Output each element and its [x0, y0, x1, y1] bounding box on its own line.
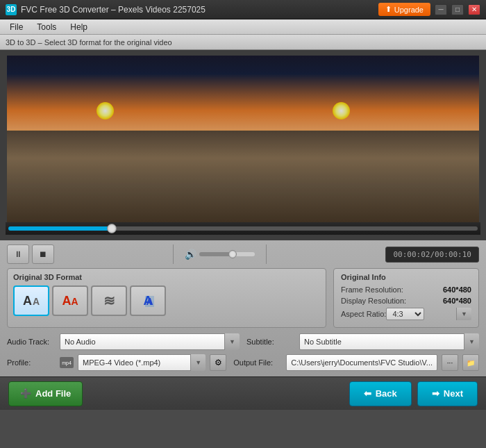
playback-buttons: ⏸ ⏹: [7, 244, 54, 264]
title-bar: 3D FVC Free 3D Converter – Pexels Videos…: [0, 0, 486, 19]
display-resolution-row: Display Resolution: 640*480: [341, 297, 471, 305]
upgrade-icon: ⬆: [385, 5, 392, 14]
format-buttons: AA AA ≋ A: [13, 285, 320, 316]
separator-2: [266, 244, 267, 264]
volume-slider[interactable]: [199, 252, 255, 256]
add-file-icon: ➕: [20, 388, 31, 399]
profile-select[interactable]: MPEG-4 Video (*.mp4): [78, 354, 206, 371]
frame-resolution-label: Frame Resolution:: [341, 285, 403, 294]
minimize-button[interactable]: ─: [435, 4, 447, 15]
frame-resolution-value: 640*480: [443, 285, 471, 294]
info-panel-title: Original Info: [341, 273, 471, 281]
audio-track-select[interactable]: No Audio: [60, 333, 240, 350]
format-btn-depth[interactable]: ≋: [91, 285, 127, 316]
sbs-icon: AA: [23, 294, 40, 308]
time-display: 00:00:02/00:00:10: [385, 247, 479, 263]
overlay-right: [243, 56, 479, 222]
audio-track-group: Audio Track: No Audio ▼: [7, 333, 240, 350]
overlay-left: [7, 56, 243, 222]
format-panel-title: Original 3D Format: [13, 273, 320, 281]
menu-help[interactable]: Help: [63, 21, 94, 33]
aspect-ratio-label: Aspect Ratio:: [341, 310, 386, 318]
separator-1: [173, 244, 174, 264]
aspect-ratio-select-container: 4:3 16:9 ▼: [386, 308, 471, 320]
video-right-panel: [243, 56, 479, 222]
upgrade-button[interactable]: ⬆ Upgrade: [378, 3, 430, 16]
playback-row: ⏸ ⏹ 🔊 00:00:02/00:00:10: [7, 244, 479, 264]
menu-bar: File Tools Help: [0, 19, 486, 35]
title-bar-left: 3D FVC Free 3D Converter – Pexels Videos…: [6, 4, 206, 15]
video-preview: [7, 56, 479, 222]
aspect-ratio-row: Aspect Ratio: 4:3 16:9 ▼: [341, 308, 471, 320]
audio-subtitle-row: Audio Track: No Audio ▼ Subtitle: No Sub…: [7, 333, 479, 350]
output-folder-button[interactable]: 📁: [462, 354, 479, 371]
maximize-button[interactable]: □: [451, 4, 464, 15]
profile-group: Profile: mp4 MPEG-4 Video (*.mp4) ▼ ⚙: [7, 354, 226, 371]
seek-bar-container[interactable]: [6, 222, 480, 235]
add-file-button[interactable]: ➕ Add File: [8, 381, 83, 406]
pause-button[interactable]: ⏸: [7, 244, 29, 264]
video-left-panel: [7, 56, 243, 222]
depth-icon: ≋: [92, 287, 126, 315]
aspect-ratio-arrow: ▼: [456, 308, 471, 320]
format-panel: Original 3D Format AA AA ≋: [7, 268, 326, 328]
aspect-ratio-select[interactable]: 4:3 16:9: [386, 308, 424, 320]
stop-button[interactable]: ⏹: [32, 244, 54, 264]
audio-track-label: Audio Track:: [7, 338, 56, 346]
frame-resolution-row: Frame Resolution: 640*480: [341, 285, 471, 294]
close-button[interactable]: ✕: [468, 4, 480, 15]
profile-select-container: MPEG-4 Video (*.mp4) ▼: [78, 354, 206, 371]
next-button[interactable]: ➡ Next: [417, 381, 478, 406]
format-btn-sbs2[interactable]: AA: [52, 285, 88, 316]
nav-buttons: ⬅ Back ➡ Next: [349, 381, 478, 406]
format-btn-anaglyph[interactable]: A A: [130, 285, 166, 316]
app-icon: 3D: [6, 4, 17, 15]
anaglyph-icon: A A: [144, 294, 153, 308]
volume-thumb[interactable]: [228, 250, 237, 258]
profile-settings-button[interactable]: ⚙: [210, 354, 226, 371]
display-resolution-label: Display Resolution:: [341, 297, 406, 305]
volume-row: 🔊: [185, 249, 255, 260]
subtitle-select[interactable]: No Subtitle: [299, 333, 479, 350]
subtitle-group: Subtitle: No Subtitle ▼: [246, 333, 479, 350]
format-btn-sbs[interactable]: AA: [13, 285, 49, 316]
volume-icon: 🔊: [185, 249, 196, 260]
output-file-label: Output File:: [233, 358, 282, 367]
seek-bar[interactable]: [8, 226, 478, 231]
sbs2-icon: AA: [62, 294, 78, 308]
menu-tools[interactable]: Tools: [30, 21, 63, 33]
back-button[interactable]: ⬅ Back: [349, 381, 412, 406]
profile-output-row: Profile: mp4 MPEG-4 Video (*.mp4) ▼ ⚙ Ou…: [7, 354, 479, 371]
profile-label: Profile:: [7, 358, 56, 367]
main-area: [0, 50, 486, 240]
audio-track-select-container: No Audio ▼: [60, 333, 240, 350]
next-icon: ➡: [432, 388, 439, 399]
subtitle-label: Subtitle:: [246, 338, 295, 346]
action-bar: ➕ Add File ⬅ Back ➡ Next: [0, 376, 486, 410]
subtitle-select-container: No Subtitle ▼: [299, 333, 479, 350]
menu-file[interactable]: File: [3, 21, 30, 33]
window-title: FVC Free 3D Converter – Pexels Videos 22…: [21, 5, 206, 15]
format-info-row: Original 3D Format AA AA ≋: [7, 268, 479, 328]
title-controls: ⬆ Upgrade ─ □ ✕: [378, 3, 480, 16]
info-panel: Original Info Frame Resolution: 640*480 …: [333, 268, 479, 328]
seek-thumb[interactable]: [107, 224, 117, 233]
back-icon: ⬅: [364, 388, 371, 399]
video-container: [7, 56, 479, 222]
volume-area: 🔊: [167, 244, 272, 264]
info-bar: 3D to 3D – Select 3D format for the orig…: [0, 35, 486, 50]
profile-format-icon: mp4: [60, 357, 74, 368]
display-resolution-value: 640*480: [443, 297, 471, 305]
output-browse-button[interactable]: ···: [442, 354, 458, 371]
controls-section: ⏸ ⏹ 🔊 00:00:02/00:00:10 Original 3D Form…: [0, 240, 486, 376]
output-group: Output File: C:\Users\jerry\Documents\FV…: [233, 354, 479, 371]
output-file-path: C:\Users\jerry\Documents\FVC Studio\V...: [286, 354, 437, 371]
mode-description: 3D to 3D – Select 3D format for the orig…: [6, 38, 172, 47]
